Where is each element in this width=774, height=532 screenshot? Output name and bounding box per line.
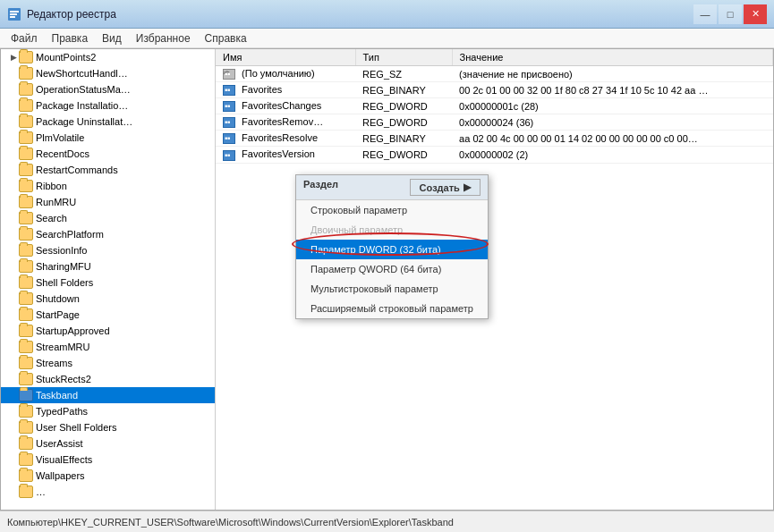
title-bar-left: Редактор реестра [7, 7, 116, 21]
folder-icon [19, 437, 33, 450]
tree-item-ribbon[interactable]: Ribbon [1, 178, 215, 194]
context-menu-item-binary: Двоичный параметр [296, 220, 488, 240]
tree-item-packageinstall[interactable]: Package Installatio… [1, 97, 215, 114]
tree-label: Shell Folders [36, 277, 93, 288]
tree-item-shellfolders[interactable]: Shell Folders [1, 274, 215, 291]
tree-item-operationstatus[interactable]: OperationStatusMa… [1, 81, 215, 97]
tree-label: StartupApproved [36, 325, 110, 336]
submenu-arrow-icon: ▶ [464, 182, 471, 193]
cell-type: REG_DWORD [355, 147, 452, 163]
tree-item-sessioninfo[interactable]: SessionInfo [1, 242, 215, 258]
menu-file[interactable]: Файл [4, 30, 45, 46]
reg-binary-icon [223, 85, 235, 96]
maximize-button[interactable]: □ [719, 4, 742, 24]
folder-icon [19, 308, 33, 321]
menu-view[interactable]: Вид [95, 30, 129, 46]
tree-pane[interactable]: ▶ MountPoints2 NewShortcutHandl… Operati… [1, 49, 216, 510]
tree-label: VisualEffects [36, 454, 92, 465]
table-row[interactable]: Favorites REG_BINARY 00 2c 01 00 00 32 0… [216, 82, 773, 98]
tree-item-mountpoints2[interactable]: ▶ MountPoints2 [1, 49, 215, 65]
tree-item-usershellfolders[interactable]: User Shell Folders [1, 419, 215, 435]
status-path: Компьютер\HKEY_CURRENT_USER\Software\Mic… [7, 517, 454, 528]
tree-arrow: ▶ [8, 53, 19, 62]
table-row[interactable]: FavoritesVersion REG_DWORD 0x00000002 (2… [216, 147, 773, 163]
table-row[interactable]: FavoritesRemov… REG_DWORD 0x00000024 (36… [216, 114, 773, 131]
tree-label: Ribbon [36, 181, 67, 191]
tree-item-stuckrects2[interactable]: StuckRects2 [1, 371, 215, 387]
tree-label: SearchPlatform [36, 229, 104, 240]
context-menu-create-button[interactable]: Создать ▶ [410, 179, 481, 196]
tree-label: SharingMFU [36, 261, 91, 272]
tree-label: PlmVolatile [36, 132, 84, 143]
close-button[interactable]: ✕ [744, 4, 767, 24]
tree-item-recentdocs[interactable]: RecentDocs [1, 146, 215, 162]
tree-item-streams[interactable]: Streams [1, 355, 215, 371]
tree-label: OperationStatusMa… [36, 84, 131, 95]
tree-item-sharingmfu[interactable]: SharingMFU [1, 258, 215, 274]
tree-label: Taskband [36, 390, 78, 401]
col-type: Тип [355, 49, 452, 66]
tree-item-plmvolatile[interactable]: PlmVolatile [1, 130, 215, 146]
tree-item-search[interactable]: Search [1, 210, 215, 226]
context-menu-item-qword64[interactable]: Параметр QWORD (64 бита) [296, 259, 488, 279]
tree-item-taskband[interactable]: Taskband [1, 387, 215, 403]
context-menu-item-string[interactable]: Строковый параметр [296, 200, 488, 220]
folder-icon [19, 244, 33, 257]
tree-item-typedpaths[interactable]: TypedPaths [1, 403, 215, 419]
cell-value: (значение не присвоено) [452, 66, 772, 82]
tree-item-searchplatform[interactable]: SearchPlatform [1, 226, 215, 242]
folder-icon [19, 212, 33, 224]
folder-icon [19, 389, 33, 401]
tree-item-userassist[interactable]: UserAssist [1, 435, 215, 452]
tree-item-visualeffects[interactable]: VisualEffects [1, 452, 215, 468]
folder-icon [19, 453, 33, 466]
context-menu-item-expandstring[interactable]: Расширяемый строковый параметр [296, 299, 488, 318]
tree-label: Wallpapers [36, 470, 85, 481]
tree-label: Search [36, 213, 67, 224]
cell-name: FavoritesChanges [216, 98, 355, 114]
reg-binary-icon [223, 133, 235, 144]
col-value: Значение [452, 49, 772, 66]
reg-sz-icon: ab [223, 69, 235, 80]
folder-icon [19, 276, 33, 289]
cell-type: REG_BINARY [355, 131, 452, 147]
tree-item-shutdown[interactable]: Shutdown [1, 291, 215, 307]
tree-item-restartcommands[interactable]: RestartCommands [1, 162, 215, 178]
folder-icon [19, 115, 33, 128]
menu-help[interactable]: Справка [198, 30, 254, 46]
cell-value: 0x00000001c (28) [452, 98, 772, 114]
folder-icon [19, 99, 33, 112]
folder-icon [19, 405, 33, 418]
tree-item-startpage[interactable]: StartPage [1, 307, 215, 323]
folder-icon [19, 373, 33, 385]
minimize-button[interactable]: — [693, 4, 717, 24]
context-menu-item-dword32[interactable]: Параметр DWORD (32 бита) [296, 240, 488, 259]
folder-icon [19, 292, 33, 305]
tree-label: RestartCommands [36, 165, 118, 175]
tree-item-startupapproved[interactable]: StartupApproved [1, 323, 215, 339]
menu-favorites[interactable]: Избранное [129, 30, 198, 46]
folder-icon [19, 164, 33, 176]
tree-item-newshortcut[interactable]: NewShortcutHandl… [1, 65, 215, 81]
tree-item-wallpapers[interactable]: Wallpapers [1, 468, 215, 484]
folder-icon [19, 341, 33, 353]
menu-edit[interactable]: Правка [45, 30, 96, 46]
tree-item-streammru[interactable]: StreamMRU [1, 339, 215, 355]
folder-icon [19, 486, 33, 498]
svg-rect-1 [10, 11, 19, 13]
tree-item-runmru[interactable]: RunMRU [1, 194, 215, 210]
svg-rect-3 [10, 16, 15, 18]
tree-label: RunMRU [36, 197, 76, 207]
tree-item-more[interactable]: … [1, 484, 215, 500]
context-menu-item-multistring[interactable]: Мультистроковый параметр [296, 279, 488, 299]
tree-item-packageuninstall[interactable]: Package Uninstallat… [1, 114, 215, 130]
table-row[interactable]: ab (По умолчанию) REG_SZ (значение не пр… [216, 66, 773, 82]
table-row[interactable]: FavoritesResolve REG_BINARY aa 02 00 4c … [216, 131, 773, 147]
reg-dword-icon [223, 101, 235, 112]
table-row[interactable]: FavoritesChanges REG_DWORD 0x00000001c (… [216, 98, 773, 114]
svg-rect-2 [10, 13, 17, 15]
folder-icon [19, 357, 33, 369]
cell-name: FavoritesRemov… [216, 114, 355, 131]
tree-label: Streams [36, 358, 72, 368]
reg-dword-icon [223, 150, 235, 161]
